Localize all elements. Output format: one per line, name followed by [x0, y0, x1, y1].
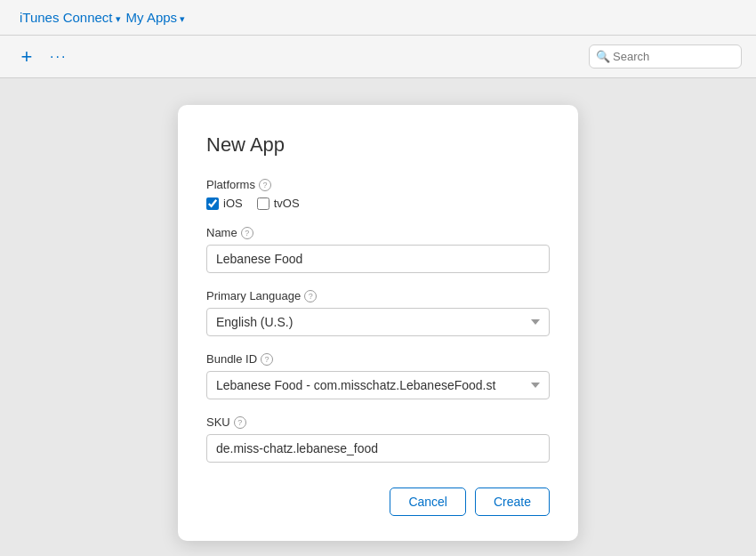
bundle-id-help-icon[interactable]: ? [261, 353, 273, 366]
search-input[interactable] [589, 44, 742, 68]
dialog-footer: Cancel Create [206, 488, 550, 516]
platforms-help-icon[interactable]: ? [259, 179, 271, 191]
primary-language-group: Primary Language ? English (U.S.) Spanis… [206, 289, 550, 336]
toolbar: + ··· 🔍 [0, 36, 756, 78]
search-container: 🔍 [589, 44, 742, 68]
sku-label: SKU ? [206, 415, 550, 429]
platforms-label: Platforms ? [206, 178, 550, 191]
add-button[interactable]: + [14, 44, 39, 69]
primary-language-label: Primary Language ? [206, 289, 550, 302]
my-apps-link[interactable]: My Apps [126, 10, 186, 25]
ios-option[interactable]: iOS [206, 197, 243, 210]
sku-help-icon[interactable]: ? [234, 416, 246, 429]
name-input[interactable] [206, 245, 550, 273]
cancel-button[interactable]: Cancel [390, 488, 466, 516]
search-icon: 🔍 [596, 50, 610, 63]
primary-language-select[interactable]: English (U.S.) Spanish French German Jap… [206, 308, 550, 336]
more-button[interactable]: ··· [50, 49, 67, 65]
search-wrapper: 🔍 [589, 44, 742, 68]
main-content: New App Platforms ? iOS tvOS Name [0, 78, 756, 556]
ios-label[interactable]: iOS [223, 197, 243, 210]
tvos-checkbox[interactable] [257, 197, 269, 210]
new-app-dialog: New App Platforms ? iOS tvOS Name [178, 105, 578, 541]
name-label: Name ? [206, 226, 550, 239]
bundle-id-group: Bundle ID ? Lebanese Food - com.misschat… [206, 352, 550, 399]
nav-brand: iTunes ConnectMy Apps [14, 10, 185, 25]
platforms-row: iOS tvOS [206, 197, 550, 210]
brand-name: iTunes Connect [20, 10, 121, 25]
name-group: Name ? [206, 226, 550, 273]
platforms-group: Platforms ? iOS tvOS [206, 178, 550, 210]
primary-language-help-icon[interactable]: ? [304, 290, 317, 302]
top-nav: iTunes ConnectMy Apps [0, 0, 756, 36]
bundle-id-select[interactable]: Lebanese Food - com.misschatz.LebaneseFo… [206, 371, 550, 399]
sku-input[interactable] [206, 434, 550, 463]
sku-group: SKU ? [206, 415, 550, 463]
tvos-label[interactable]: tvOS [274, 197, 300, 210]
bundle-id-label: Bundle ID ? [206, 352, 550, 366]
ios-checkbox[interactable] [206, 197, 219, 210]
name-help-icon[interactable]: ? [241, 227, 253, 239]
create-button[interactable]: Create [475, 488, 550, 516]
dialog-title: New App [206, 133, 550, 157]
tvos-option[interactable]: tvOS [257, 197, 300, 210]
